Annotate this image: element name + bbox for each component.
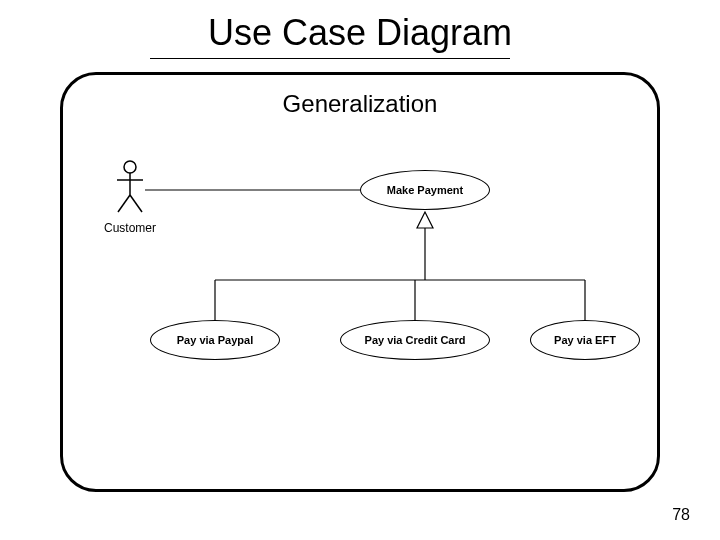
usecase-pay-via-credit-card: Pay via Credit Card bbox=[340, 320, 490, 360]
usecase-label: Pay via Credit Card bbox=[365, 334, 466, 346]
usecase-label: Pay via Paypal bbox=[177, 334, 253, 346]
usecase-label: Make Payment bbox=[387, 184, 463, 196]
slide-title: Use Case Diagram bbox=[0, 12, 720, 54]
actor-customer: Customer bbox=[100, 160, 160, 235]
actor-icon bbox=[115, 160, 145, 215]
generalization-arrowhead bbox=[417, 212, 433, 228]
use-case-diagram: Customer Make Payment Pay via Paypal Pay… bbox=[70, 140, 650, 440]
slide: Use Case Diagram Generalization bbox=[0, 0, 720, 540]
usecase-pay-via-eft: Pay via EFT bbox=[530, 320, 640, 360]
title-underline bbox=[150, 58, 510, 59]
svg-point-0 bbox=[124, 161, 136, 173]
page-number: 78 bbox=[672, 506, 690, 524]
svg-line-4 bbox=[130, 195, 142, 212]
svg-line-3 bbox=[118, 195, 130, 212]
usecase-pay-via-paypal: Pay via Paypal bbox=[150, 320, 280, 360]
usecase-label: Pay via EFT bbox=[554, 334, 616, 346]
slide-subtitle: Generalization bbox=[0, 90, 720, 118]
usecase-make-payment: Make Payment bbox=[360, 170, 490, 210]
actor-label: Customer bbox=[100, 221, 160, 235]
